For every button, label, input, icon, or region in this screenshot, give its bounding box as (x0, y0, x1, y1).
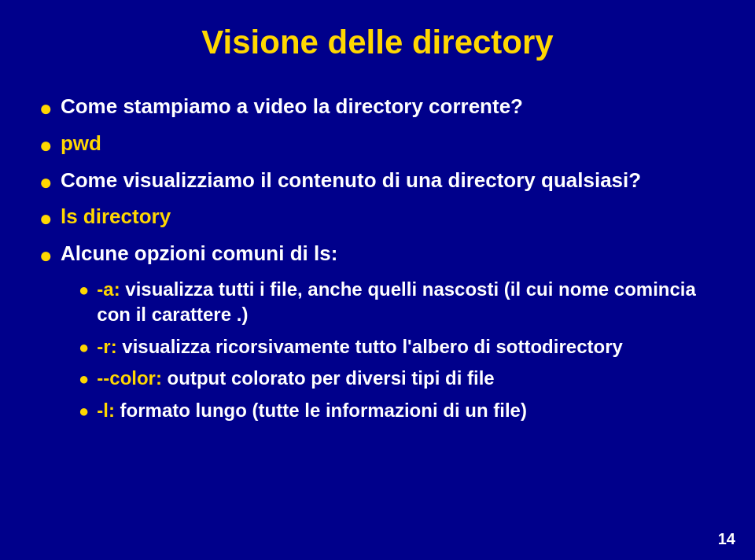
bullet-text-4-yellow: ls directory (61, 203, 171, 230)
sub-bullet-text-4: -l: formato lungo (tutte le informazioni… (97, 398, 527, 423)
bullet-dot-1: ● (39, 94, 53, 123)
sub-bullet-2: ● -r: visualizza ricorsivamente tutto l'… (79, 334, 716, 359)
bullet-item-1: ● Come stampiamo a video la directory co… (39, 93, 716, 123)
sub-bullet-plain-3: output colorato per diversi tipi di file (162, 367, 495, 389)
sub-bullet-1: ● -a: visualizza tutti i file, anche que… (79, 277, 716, 328)
bullet-text-3: Come visualizziamo il contenuto di una d… (61, 167, 641, 194)
bullet-item-5: ● Alcune opzioni comuni di ls: (39, 240, 716, 271)
sub-bullet-text-1: -a: visualizza tutti i file, anche quell… (97, 277, 716, 328)
sub-bullet-plain-2: visualizza ricorsivamente tutto l'albero… (117, 336, 623, 357)
sub-bullet-dot-2: ● (79, 336, 89, 359)
slide: Visione delle directory ● Come stampiamo… (0, 0, 755, 560)
slide-content: ● Come stampiamo a video la directory co… (39, 93, 716, 536)
slide-title: Visione delle directory (39, 24, 716, 69)
sub-bullet-yellow-3: --color: (97, 367, 162, 389)
bullet-item-2: ● pwd (39, 130, 716, 160)
sub-bullet-4: ● -l: formato lungo (tutte le informazio… (79, 398, 716, 423)
bullet-dot-2: ● (39, 131, 53, 160)
bullet-text-2-yellow: pwd (61, 130, 101, 157)
bullet-item-4: ● ls directory (39, 203, 716, 234)
sub-bullet-yellow-1: -a: (97, 278, 120, 300)
bullet-dot-4: ● (39, 204, 53, 234)
bullet-dot-5: ● (39, 241, 53, 271)
sub-bullet-yellow-2: -r: (97, 336, 116, 357)
bullet-dot-3: ● (39, 168, 53, 197)
sub-bullet-text-3: --color: output colorato per diversi tip… (97, 366, 494, 391)
bullet-text-1: Come stampiamo a video la directory corr… (61, 93, 523, 120)
bullet-item-3: ● Come visualizziamo il contenuto di una… (39, 167, 716, 197)
sub-bullet-text-2: -r: visualizza ricorsivamente tutto l'al… (97, 334, 623, 359)
sub-bullet-dot-4: ● (79, 400, 89, 423)
sub-bullet-3: ● --color: output colorato per diversi t… (79, 366, 716, 391)
sub-bullet-dot-1: ● (79, 278, 89, 302)
sub-bullet-dot-3: ● (79, 367, 89, 391)
sub-bullet-plain-4: formato lungo (tutte le informazioni di … (115, 400, 527, 421)
page-number: 14 (718, 530, 735, 548)
bullet-text-5: Alcune opzioni comuni di ls: (61, 240, 337, 267)
sub-bullet-yellow-4: -l: (97, 400, 115, 421)
sub-bullet-plain-1: visualizza tutti i file, anche quelli na… (97, 278, 696, 325)
